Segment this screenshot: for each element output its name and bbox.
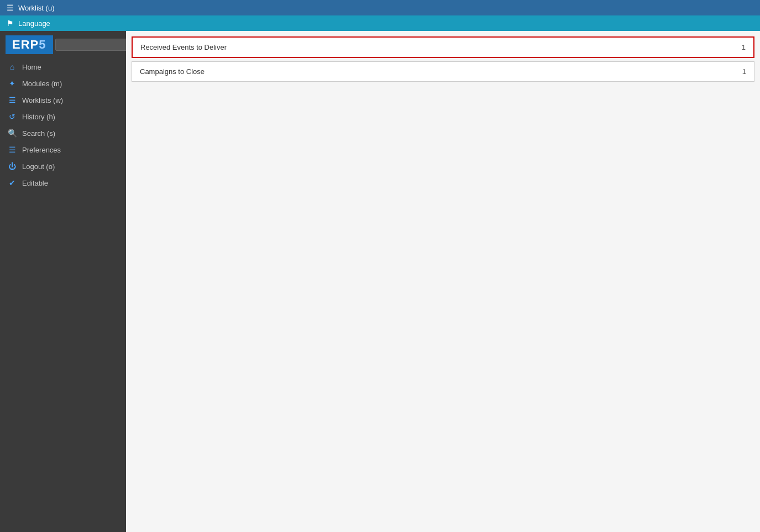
sidebar-item-home-label: Home xyxy=(22,63,41,71)
worklist-item-received-events-count: 1 xyxy=(735,43,746,51)
sidebar-item-logout-label: Logout (o) xyxy=(22,162,55,171)
worklist-item-campaigns-to-close-count: 1 xyxy=(735,67,746,76)
worklist-item-received-events[interactable]: Received Events to Deliver 1 xyxy=(132,36,754,58)
logo: ERP5 xyxy=(6,35,53,54)
preferences-icon: ☰ xyxy=(8,145,17,154)
main-content: Received Events to Deliver 1 Campaigns t… xyxy=(126,31,760,532)
language-bar[interactable]: ⚑ Language xyxy=(0,15,760,31)
sidebar: ERP5 🔍 ⌂ Home ✦ Modules (m) ☰ Worklists … xyxy=(0,31,126,532)
sidebar-item-history-label: History (h) xyxy=(22,113,55,121)
sidebar-item-logout[interactable]: ⏻ Logout (o) xyxy=(0,158,126,175)
sidebar-item-preferences-label: Preferences xyxy=(22,146,61,154)
sidebar-item-search-label: Search (s) xyxy=(22,129,55,138)
sidebar-item-editable-label: Editable xyxy=(22,179,48,187)
worklist-item-campaigns-to-close[interactable]: Campaigns to Close 1 xyxy=(132,61,754,82)
sidebar-item-preferences[interactable]: ☰ Preferences xyxy=(0,141,126,158)
sidebar-nav: ⌂ Home ✦ Modules (m) ☰ Worklists (w) ↺ H… xyxy=(0,59,126,191)
worklist-bar[interactable]: ☰ Worklist (u) xyxy=(0,0,760,15)
history-icon: ↺ xyxy=(8,112,17,121)
home-icon: ⌂ xyxy=(8,62,17,71)
worklist-icon: ☰ xyxy=(7,3,14,12)
sidebar-item-history[interactable]: ↺ History (h) xyxy=(0,108,126,125)
worklist-item-campaigns-to-close-label: Campaigns to Close xyxy=(140,67,205,76)
language-label: Language xyxy=(18,19,50,28)
worklist-label: Worklist (u) xyxy=(18,4,54,12)
logo-number: 5 xyxy=(39,38,46,51)
sidebar-item-modules-label: Modules (m) xyxy=(22,80,62,88)
editable-icon: ✔ xyxy=(8,178,17,187)
top-bar: ☰ Worklist (u) ⚑ Language xyxy=(0,0,760,31)
sidebar-item-search[interactable]: 🔍 Search (s) xyxy=(0,125,126,141)
modules-icon: ✦ xyxy=(8,79,17,88)
search-icon: 🔍 xyxy=(8,129,17,138)
sidebar-item-worklists[interactable]: ☰ Worklists (w) xyxy=(0,92,126,108)
worklist-item-received-events-label: Received Events to Deliver xyxy=(140,43,227,51)
layout: ERP5 🔍 ⌂ Home ✦ Modules (m) ☰ Worklists … xyxy=(0,31,760,532)
sidebar-item-home[interactable]: ⌂ Home xyxy=(0,59,126,75)
sidebar-search-row: ERP5 🔍 xyxy=(0,31,126,59)
sidebar-item-worklists-label: Worklists (w) xyxy=(22,96,63,104)
logout-icon: ⏻ xyxy=(8,162,17,171)
worklists-icon: ☰ xyxy=(8,96,17,104)
sidebar-item-editable[interactable]: ✔ Editable xyxy=(0,175,126,191)
sidebar-item-modules[interactable]: ✦ Modules (m) xyxy=(0,75,126,92)
language-icon: ⚑ xyxy=(7,19,14,28)
